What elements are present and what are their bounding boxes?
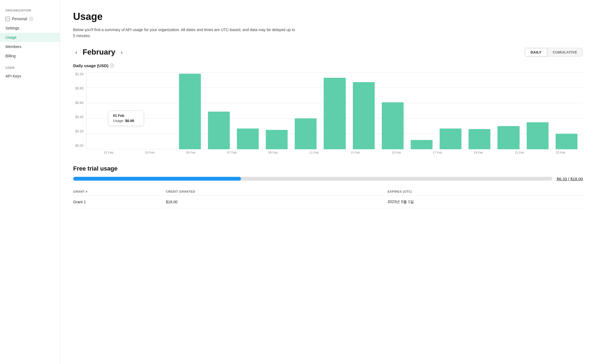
y-axis: $1.00 $0.80 $0.60 $0.40 $0.20 $0.00 — [73, 72, 86, 154]
view-toggle-group: DAILY CUMULATIVE — [525, 48, 583, 57]
sidebar-item-api-keys[interactable]: API Keys — [0, 71, 60, 81]
free-trial-title: Free trial usage — [73, 165, 583, 172]
y-label-1: $0.80 — [75, 86, 84, 90]
progress-bar-wrap — [73, 177, 552, 181]
free-trial-section: Free trial usage $6.33 / $18.00 GRANT # … — [73, 165, 583, 208]
bar-15 — [527, 122, 549, 149]
bar-7 — [295, 118, 317, 149]
daily-toggle-button[interactable]: DAILY — [525, 48, 547, 56]
chart-wrapper: $1.00 $0.80 $0.60 $0.40 $0.20 $0.00 — [73, 72, 583, 154]
bar-group-5[interactable] — [234, 72, 261, 149]
bar-14 — [497, 126, 519, 149]
chart-area: $1.00 $0.80 $0.60 $0.40 $0.20 $0.00 — [73, 72, 583, 154]
org-icon — [5, 17, 10, 21]
bar-12 — [440, 129, 461, 149]
x-label-11: 23 Feb — [541, 151, 580, 154]
tooltip-usage-label: Usage: — [113, 119, 124, 123]
sidebar-item-members[interactable]: Members — [0, 42, 60, 51]
usage-label: Usage — [5, 35, 16, 40]
user-section: USER API Keys — [0, 66, 60, 81]
x-label-2: 05 Feb — [171, 151, 211, 154]
bar-group-11[interactable] — [408, 72, 435, 149]
month-nav-left: ‹ February › — [73, 48, 125, 56]
bar-group-13[interactable] — [466, 72, 493, 149]
tooltip-usage: Usage: $0.00 — [113, 119, 139, 123]
bar-16 — [556, 134, 577, 149]
bar-group-16[interactable] — [553, 72, 580, 149]
y-label-3: $0.40 — [75, 115, 84, 119]
org-section-label: ORGANIZATION — [0, 9, 60, 14]
col-expires: EXPIRES (UTC) — [379, 188, 583, 196]
cumulative-toggle-button[interactable]: CUMULATIVE — [547, 48, 583, 56]
bar-group-10[interactable] — [379, 72, 406, 149]
bar-8 — [324, 78, 345, 149]
sidebar-item-settings[interactable]: Settings — [0, 23, 60, 33]
page-title: Usage — [73, 11, 583, 22]
bar-group-2[interactable] — [147, 72, 174, 149]
bar-group-4[interactable] — [205, 72, 233, 149]
bar-10 — [382, 102, 404, 149]
bars-area: 01 Feb Usage: $0.00 — [86, 72, 583, 149]
grants-row-0: Grant 1$18.002023년 5월 1일 — [73, 195, 583, 208]
bar-5 — [237, 129, 259, 149]
bar-group-3[interactable] — [176, 72, 204, 149]
x-label-5: 11 Feb — [294, 151, 334, 154]
y-label-0: $1.00 — [75, 72, 84, 76]
grants-cell-credit-0: $18.00 — [157, 195, 379, 208]
chart-tooltip: 01 Feb Usage: $0.00 — [108, 111, 144, 126]
grants-table-header-row: GRANT # CREDIT GRANTED EXPIRES (UTC) — [73, 188, 583, 196]
sidebar-item-billing[interactable]: Billing — [0, 51, 60, 61]
next-month-button[interactable]: › — [119, 48, 125, 56]
sidebar: ORGANIZATION Personal i Settings Usage M… — [0, 0, 60, 364]
progress-bar-fill — [73, 177, 241, 181]
x-label-10: 21 Feb — [500, 151, 539, 154]
bar-11 — [411, 140, 433, 149]
bar-6 — [266, 130, 288, 149]
tooltip-date: 01 Feb — [113, 114, 139, 118]
x-label-8: 17 Feb — [418, 151, 457, 154]
x-label-3: 07 Feb — [212, 151, 252, 154]
y-label-2: $0.60 — [75, 101, 84, 105]
api-keys-label: API Keys — [5, 74, 21, 78]
chart-title: Daily usage (USD) i — [73, 63, 583, 68]
tooltip-usage-value: $0.00 — [125, 119, 134, 123]
bar-9 — [353, 82, 375, 149]
main-content: Usage Below you'll find a summary of API… — [60, 0, 596, 364]
chart-inner: 01 Feb Usage: $0.00 01 Feb03 Feb05 Feb0 — [86, 72, 583, 154]
sidebar-item-personal[interactable]: Personal i — [0, 14, 60, 23]
page-description: Below you'll find a summary of API usage… — [73, 27, 297, 39]
bar-4 — [208, 112, 230, 149]
x-label-4: 09 Feb — [253, 151, 293, 154]
org-section: ORGANIZATION Personal i Settings Usage M… — [0, 9, 60, 61]
billing-label: Billing — [5, 54, 16, 58]
chart-section: Daily usage (USD) i $1.00 $0.80 $0.60 $0… — [73, 63, 583, 154]
month-nav: ‹ February › DAILY CUMULATIVE — [73, 48, 583, 57]
user-section-label: USER — [0, 66, 60, 71]
bars-container — [87, 72, 583, 149]
bar-group-15[interactable] — [524, 72, 551, 149]
bar-13 — [469, 129, 490, 149]
col-credit: CREDIT GRANTED — [157, 188, 379, 196]
settings-label: Settings — [5, 26, 19, 30]
x-label-0: 01 Feb — [89, 151, 129, 154]
chart-title-text: Daily usage (USD) — [73, 63, 108, 68]
info-icon[interactable]: i — [29, 17, 33, 21]
x-label-9: 19 Feb — [459, 151, 498, 154]
bar-group-12[interactable] — [437, 72, 464, 149]
x-label-7: 15 Feb — [377, 151, 416, 154]
y-label-5: $0.00 — [75, 144, 84, 148]
bar-group-9[interactable] — [350, 72, 377, 149]
chart-info-icon[interactable]: i — [110, 64, 114, 67]
bar-group-7[interactable] — [292, 72, 319, 149]
progress-row: $6.33 / $18.00 — [73, 177, 583, 181]
bar-3 — [179, 74, 201, 149]
bar-group-6[interactable] — [263, 72, 290, 149]
progress-text: $6.33 / $18.00 — [557, 177, 583, 181]
bar-group-14[interactable] — [495, 72, 522, 149]
grants-cell-expires-0: 2023년 5월 1일 — [379, 195, 583, 208]
grants-table: GRANT # CREDIT GRANTED EXPIRES (UTC) Gra… — [73, 188, 583, 208]
x-label-6: 13 Feb — [335, 151, 375, 154]
sidebar-item-usage[interactable]: Usage — [0, 33, 60, 42]
prev-month-button[interactable]: ‹ — [73, 48, 79, 56]
bar-group-8[interactable] — [321, 72, 348, 149]
